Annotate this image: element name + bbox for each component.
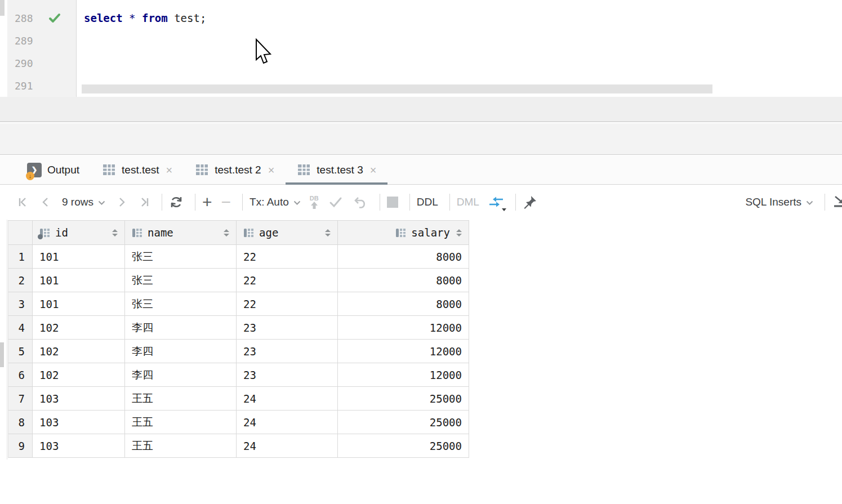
editor-gutter: 288 289 290 291 <box>7 0 77 97</box>
sql-statement[interactable]: select * from test; <box>77 7 206 29</box>
cell-age[interactable]: 23 <box>237 340 338 363</box>
cell-name[interactable]: 张三 <box>125 292 237 316</box>
cell-id[interactable]: 101 <box>33 245 125 269</box>
row-number[interactable]: 5 <box>8 340 33 363</box>
cell-name[interactable]: 王五 <box>125 387 237 411</box>
export-data-button[interactable] <box>832 195 842 209</box>
sort-toggle-icon[interactable] <box>325 229 331 237</box>
gutter-line-291: 291 <box>7 74 76 97</box>
cell-salary[interactable]: 25000 <box>338 387 469 411</box>
rows-count-dropdown[interactable]: 9 rows <box>62 196 105 208</box>
cell-id[interactable]: 102 <box>33 340 125 363</box>
tab-test-test-3[interactable]: test.test 3 × <box>286 155 387 184</box>
cell-age[interactable]: 24 <box>237 411 338 434</box>
cell-age[interactable]: 23 <box>237 363 338 387</box>
gutter-line-289: 289 <box>7 29 76 52</box>
cell-id[interactable]: 103 <box>33 411 125 434</box>
column-header-salary[interactable]: salary <box>338 221 469 245</box>
table-icon <box>195 163 209 177</box>
last-page-button[interactable] <box>137 195 150 209</box>
compare-data-button[interactable] <box>488 195 504 209</box>
column-header-age[interactable]: age <box>237 221 338 245</box>
grid-corner-cell[interactable] <box>8 221 33 245</box>
sort-toggle-icon[interactable] <box>112 229 118 237</box>
table-row: 1 101 张三 22 8000 <box>8 245 469 269</box>
cell-name[interactable]: 李四 <box>125 316 237 340</box>
cell-name[interactable]: 王五 <box>125 411 237 434</box>
cell-age[interactable]: 24 <box>237 387 338 411</box>
close-icon[interactable]: × <box>166 164 173 176</box>
table-row: 6 102 李四 23 12000 <box>8 363 469 387</box>
row-number[interactable]: 2 <box>8 269 33 292</box>
sort-toggle-icon[interactable] <box>224 229 229 237</box>
cell-age[interactable]: 22 <box>237 292 338 316</box>
row-number[interactable]: 8 <box>8 411 33 434</box>
tab-test-test[interactable]: test.test × <box>91 155 184 184</box>
export-format-dropdown[interactable]: SQL Inserts <box>745 196 813 208</box>
first-page-button[interactable] <box>17 195 30 209</box>
cell-name[interactable]: 王五 <box>125 434 237 458</box>
tab-output[interactable]: ❯ ↓ Output <box>16 155 91 184</box>
row-number[interactable]: 1 <box>8 245 33 269</box>
editor-horizontal-scrollbar[interactable] <box>82 84 712 93</box>
submit-to-database-button[interactable]: DB <box>310 195 319 209</box>
pin-tab-button[interactable] <box>523 195 537 209</box>
scroll-down-badge-icon: ↓ <box>26 172 34 180</box>
table-row: 4 102 李四 23 12000 <box>8 316 469 340</box>
sql-editor[interactable]: 288 289 290 291 select * from test; <box>0 0 842 97</box>
toolbar-separator <box>242 194 243 211</box>
cell-salary[interactable]: 12000 <box>338 340 469 363</box>
cell-salary[interactable]: 25000 <box>338 434 469 458</box>
cell-age[interactable]: 24 <box>237 434 338 458</box>
cell-id[interactable]: 102 <box>33 363 125 387</box>
cell-salary[interactable]: 12000 <box>338 363 469 387</box>
row-number[interactable]: 9 <box>8 434 33 458</box>
cell-salary[interactable]: 8000 <box>338 245 469 269</box>
stop-button[interactable] <box>387 197 398 208</box>
transaction-mode-dropdown[interactable]: Tx: Auto <box>250 196 301 208</box>
close-icon[interactable]: × <box>268 164 275 176</box>
column-header-id[interactable]: id <box>33 221 125 245</box>
close-icon[interactable]: × <box>370 164 377 176</box>
commit-button[interactable] <box>328 195 344 209</box>
cell-name[interactable]: 张三 <box>125 245 237 269</box>
left-scrollbar-thumb[interactable] <box>0 342 4 367</box>
cell-id[interactable]: 101 <box>33 292 125 316</box>
cell-name[interactable]: 张三 <box>125 269 237 292</box>
cell-salary[interactable]: 12000 <box>338 316 469 340</box>
cell-name[interactable]: 李四 <box>125 363 237 387</box>
cell-salary[interactable]: 8000 <box>338 269 469 292</box>
next-page-button[interactable] <box>114 195 128 209</box>
row-number[interactable]: 6 <box>8 363 33 387</box>
row-number[interactable]: 3 <box>8 292 33 316</box>
sort-toggle-icon[interactable] <box>456 229 462 237</box>
cell-id[interactable]: 103 <box>33 434 125 458</box>
table-row: 5 102 李四 23 12000 <box>8 340 469 363</box>
row-number[interactable]: 7 <box>8 387 33 411</box>
ddl-button[interactable]: DDL <box>417 196 438 208</box>
table-icon <box>297 163 311 177</box>
add-row-button[interactable]: + <box>202 194 212 211</box>
cell-age[interactable]: 22 <box>237 269 338 292</box>
rollback-button[interactable] <box>353 195 368 209</box>
left-scrollbar-thumb-top[interactable] <box>0 0 5 16</box>
cell-id[interactable]: 101 <box>33 269 125 292</box>
row-number[interactable]: 4 <box>8 316 33 340</box>
sql-table-name: test; <box>174 12 206 24</box>
tab-test-test-2[interactable]: test.test 2 × <box>184 155 286 184</box>
rows-count-label: 9 rows <box>62 196 93 208</box>
cell-salary[interactable]: 25000 <box>338 411 469 434</box>
dml-button[interactable]: DML <box>457 196 479 208</box>
previous-page-button[interactable] <box>39 195 53 209</box>
cell-id[interactable]: 102 <box>33 316 125 340</box>
cell-age[interactable]: 22 <box>237 245 338 269</box>
cell-name[interactable]: 李四 <box>125 340 237 363</box>
cell-id[interactable]: 103 <box>33 387 125 411</box>
tab-label: test.test 2 <box>215 164 261 176</box>
cell-age[interactable]: 23 <box>237 316 338 340</box>
cell-salary[interactable]: 8000 <box>338 292 469 316</box>
sql-keyword-select: select <box>84 12 129 24</box>
reload-data-button[interactable] <box>169 195 184 209</box>
delete-row-button[interactable]: − <box>221 194 231 211</box>
column-header-name[interactable]: name <box>125 221 237 245</box>
